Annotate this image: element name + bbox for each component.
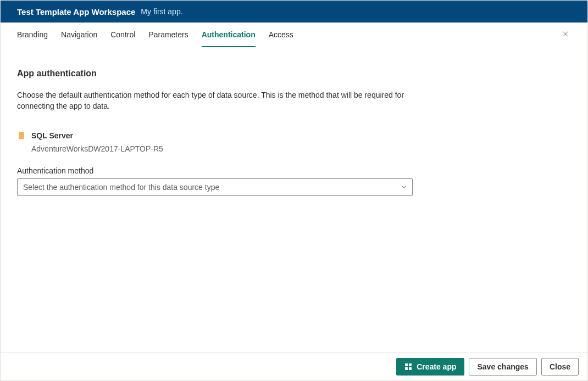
section-description: Choose the default authentication method… xyxy=(17,89,413,111)
datasource-name: SQL Server xyxy=(31,131,73,140)
save-changes-label: Save changes xyxy=(477,362,528,371)
tab-authentication[interactable]: Authentication xyxy=(202,23,256,47)
close-button[interactable]: Close xyxy=(541,358,579,376)
workspace-title: Test Template App Workspace xyxy=(17,7,135,16)
svg-rect-1 xyxy=(19,134,24,139)
auth-method-placeholder: Select the authentication method for thi… xyxy=(23,183,219,192)
auth-method-select[interactable]: Select the authentication method for thi… xyxy=(17,178,413,196)
tab-bar: Branding Navigation Control Parameters A… xyxy=(1,23,587,47)
datasource-row: SQL Server xyxy=(17,131,571,140)
app-header: Test Template App Workspace My first app… xyxy=(1,1,587,23)
svg-rect-4 xyxy=(409,363,412,366)
save-changes-button[interactable]: Save changes xyxy=(469,358,536,376)
create-app-button[interactable]: Create app xyxy=(396,358,464,376)
tab-navigation[interactable]: Navigation xyxy=(61,23,97,47)
tab-branding[interactable]: Branding xyxy=(17,23,48,47)
tab-control[interactable]: Control xyxy=(110,23,135,47)
tab-parameters[interactable]: Parameters xyxy=(148,23,188,47)
app-name: My first app. xyxy=(141,7,182,16)
tab-access[interactable]: Access xyxy=(269,23,293,47)
auth-method-label: Authentication method xyxy=(17,166,571,175)
section-title: App authentication xyxy=(17,69,571,79)
svg-rect-0 xyxy=(19,132,24,133)
svg-rect-3 xyxy=(405,363,408,366)
app-grid-icon xyxy=(404,363,412,371)
close-button-label: Close xyxy=(550,362,570,371)
svg-rect-5 xyxy=(405,367,408,370)
datasource-detail: AdventureWorksDW2017-LAPTOP-R5 xyxy=(31,144,571,153)
create-app-label: Create app xyxy=(417,362,456,371)
main-content: App authentication Choose the default au… xyxy=(1,47,587,352)
footer-bar: Create app Save changes Close xyxy=(1,352,587,380)
close-icon[interactable] xyxy=(560,29,571,41)
database-icon xyxy=(17,131,26,140)
svg-rect-6 xyxy=(409,367,412,370)
